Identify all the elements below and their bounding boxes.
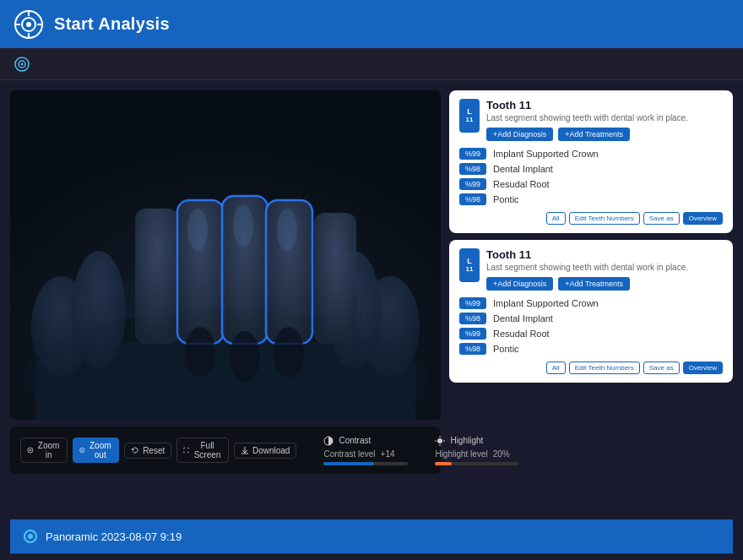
timeline-label: Panoramic 2023-08-07 9:19 bbox=[46, 530, 182, 543]
finding-name: Pontic bbox=[493, 194, 519, 204]
confidence-badge: %98 bbox=[459, 313, 486, 324]
app-header: Start Analysis bbox=[0, 0, 743, 48]
svg-point-26 bbox=[274, 327, 304, 378]
confidence-badge: %98 bbox=[459, 193, 486, 205]
zoom-in-button[interactable]: Zoom in bbox=[20, 438, 68, 463]
footer-btn[interactable]: Edit Teeth Numbers bbox=[569, 212, 640, 225]
highlight-icon bbox=[435, 436, 445, 446]
zoom-controls: Zoom in Zoom out Reset bbox=[20, 438, 296, 463]
finding-item: %98 Pontic bbox=[459, 343, 723, 355]
finding-item: %99 Implant Supported Crown bbox=[459, 148, 723, 160]
highlight-slider[interactable] bbox=[435, 462, 519, 465]
card-info: Tooth 11 Last segment showing teeth with… bbox=[486, 99, 723, 141]
contrast-sublabel: Contrast level bbox=[323, 449, 375, 459]
svg-point-2 bbox=[26, 22, 31, 27]
main-content: Zoom in Zoom out Reset bbox=[0, 80, 743, 519]
contrast-value: +14 bbox=[381, 449, 395, 459]
card-action-buttons: +Add Diagnosis +Add Treatments bbox=[486, 277, 723, 291]
target-icon bbox=[14, 56, 30, 73]
confidence-badge: %98 bbox=[459, 343, 486, 355]
card-description: Last segment showing teeth with dental w… bbox=[486, 263, 723, 272]
analysis-card-1: L 11 Tooth 11 Last segment showing teeth… bbox=[449, 240, 733, 383]
finding-name: Dental Implant bbox=[493, 313, 553, 323]
footer-btn[interactable]: Save as bbox=[643, 212, 680, 225]
card-info: Tooth 11 Last segment showing teeth with… bbox=[486, 248, 723, 291]
finding-item: %98 Dental Implant bbox=[459, 163, 723, 175]
timeline-dot bbox=[24, 530, 37, 543]
tooth-indicator: L 11 bbox=[459, 248, 480, 282]
add-diagnosis-button[interactable]: +Add Diagnosis bbox=[486, 277, 553, 291]
card-footer: AllEdit Teeth NumbersSave asOverview bbox=[459, 362, 723, 374]
footer-btn[interactable]: All bbox=[546, 212, 566, 225]
download-button[interactable]: Download bbox=[234, 443, 296, 459]
analysis-card-0: L 11 Tooth 11 Last segment showing teeth… bbox=[449, 90, 733, 233]
finding-name: Implant Supported Crown bbox=[493, 298, 599, 308]
fullscreen-button[interactable]: Full Screen bbox=[176, 438, 229, 463]
analysis-cards-panel: L 11 Tooth 11 Last segment showing teeth… bbox=[449, 90, 733, 513]
svg-rect-17 bbox=[314, 213, 356, 344]
finding-item: %99 Implant Supported Crown bbox=[459, 297, 723, 309]
card-header: L 11 Tooth 11 Last segment showing teeth… bbox=[459, 99, 723, 141]
finding-name: Resudal Root bbox=[493, 179, 550, 189]
footer-btn[interactable]: Overview bbox=[683, 212, 723, 225]
contrast-icon bbox=[323, 436, 334, 446]
card-tooth-name: Tooth 11 bbox=[486, 248, 723, 261]
zoom-out-button[interactable]: Zoom out bbox=[73, 438, 120, 463]
finding-item: %99 Resudal Root bbox=[459, 178, 723, 190]
svg-point-27 bbox=[187, 209, 208, 251]
confidence-badge: %99 bbox=[459, 328, 486, 340]
card-tooth-name: Tooth 11 bbox=[486, 99, 723, 111]
add-diagnosis-button[interactable]: +Add Diagnosis bbox=[486, 128, 553, 141]
contrast-slider[interactable] bbox=[323, 462, 408, 465]
card-header: L 11 Tooth 11 Last segment showing teeth… bbox=[459, 248, 723, 291]
findings-list: %99 Implant Supported Crown %98 Dental I… bbox=[459, 148, 723, 205]
controls-bar: Zoom in Zoom out Reset bbox=[10, 427, 441, 474]
footer-btn[interactable]: All bbox=[546, 362, 566, 374]
confidence-badge: %99 bbox=[459, 297, 486, 309]
svg-point-25 bbox=[230, 331, 260, 382]
finding-name: Dental Implant bbox=[493, 164, 553, 174]
confidence-badge: %99 bbox=[459, 148, 486, 160]
svg-point-13 bbox=[72, 251, 126, 369]
add-treatments-button[interactable]: +Add Treatments bbox=[558, 277, 630, 291]
finding-item: %98 Pontic bbox=[459, 193, 723, 205]
finding-name: Implant Supported Crown bbox=[493, 149, 599, 159]
finding-item: %98 Dental Implant bbox=[459, 313, 723, 324]
xray-image-container bbox=[10, 90, 441, 420]
reset-button[interactable]: Reset bbox=[124, 443, 171, 459]
footer-btn[interactable]: Save as bbox=[643, 362, 680, 374]
svg-point-24 bbox=[185, 327, 215, 378]
contrast-slider-group: Contrast Contrast level +14 bbox=[323, 436, 408, 465]
sub-header bbox=[0, 48, 743, 80]
finding-name: Resudal Root bbox=[493, 329, 550, 339]
timeline-item-0[interactable]: Panoramic 2023-08-07 9:19 bbox=[10, 519, 733, 553]
tooth-indicator: L 11 bbox=[459, 99, 480, 133]
card-action-buttons: +Add Diagnosis +Add Treatments bbox=[486, 128, 723, 141]
footer-btn[interactable]: Overview bbox=[683, 362, 723, 374]
confidence-badge: %99 bbox=[459, 178, 486, 190]
finding-name: Pontic bbox=[493, 344, 519, 354]
svg-point-28 bbox=[233, 204, 253, 247]
timeline-item-1[interactable]: Panoramic 2023-04-07 16:13 bbox=[10, 553, 733, 560]
card-footer: AllEdit Teeth NumbersSave asOverview bbox=[459, 212, 723, 225]
svg-point-9 bbox=[21, 63, 24, 65]
timeline-section: Panoramic 2023-08-07 9:19 Panoramic 2023… bbox=[0, 519, 743, 560]
confidence-badge: %98 bbox=[459, 163, 486, 175]
analysis-icon bbox=[14, 9, 44, 40]
finding-item: %99 Resudal Root bbox=[459, 328, 723, 340]
footer-btn[interactable]: Edit Teeth Numbers bbox=[569, 362, 640, 374]
card-description: Last segment showing teeth with dental w… bbox=[486, 113, 723, 122]
xray-panel: Zoom in Zoom out Reset bbox=[10, 90, 441, 513]
findings-list: %99 Implant Supported Crown %98 Dental I… bbox=[459, 297, 723, 355]
svg-point-29 bbox=[277, 209, 297, 251]
svg-rect-16 bbox=[135, 209, 179, 344]
header-title: Start Analysis bbox=[54, 14, 170, 34]
svg-point-38 bbox=[437, 438, 442, 443]
add-treatments-button[interactable]: +Add Treatments bbox=[558, 128, 630, 141]
contrast-label: Contrast bbox=[339, 436, 371, 445]
